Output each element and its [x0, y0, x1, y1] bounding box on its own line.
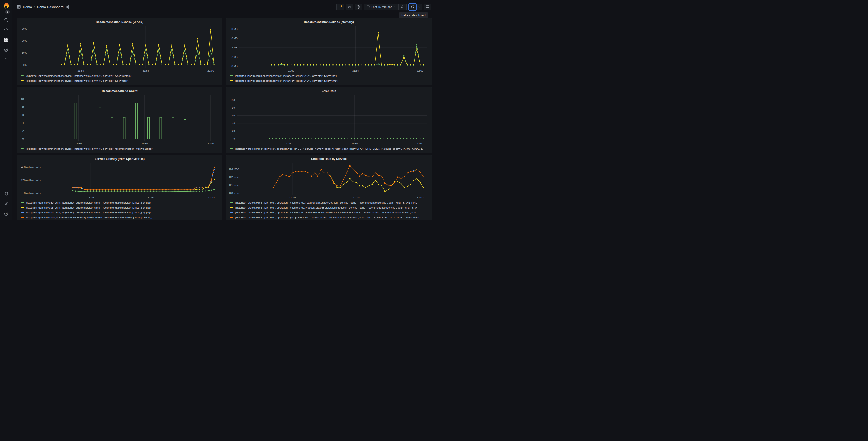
svg-text:0 MB: 0 MB [231, 65, 238, 67]
series-label: histogram_quantile(0.999, sum(rate(laten… [26, 216, 152, 219]
svg-text:40: 40 [232, 122, 235, 125]
tv-mode-button[interactable] [424, 4, 431, 10]
breadcrumb-folder[interactable]: Demo [23, 5, 32, 9]
legend-item[interactable]: {instance="otelcol:9464", job="otel", op… [230, 146, 430, 151]
legend-item[interactable]: histogram_quantile(0.99, sum(rate(latenc… [21, 210, 220, 215]
grafana-logo[interactable] [3, 2, 9, 9]
breadcrumb: Demo / Demo Dashboard [17, 5, 69, 9]
svg-text:22:00: 22:00 [417, 142, 423, 145]
series-color-swatch [230, 148, 233, 149]
sidebar-item-explore[interactable] [0, 45, 12, 55]
sign-in-icon [4, 192, 8, 196]
panel-legend: histogram_quantile(0.50, sum(rate(latenc… [19, 200, 220, 219]
svg-text:400 milliseconds: 400 milliseconds [21, 166, 40, 169]
zoom-out-icon [401, 5, 404, 9]
time-series-chart[interactable]: 21:5021:5522:00020406080100 [228, 93, 430, 146]
sidebar-item-alerting[interactable] [0, 55, 12, 65]
svg-text:6 MB: 6 MB [231, 37, 238, 40]
svg-text:6: 6 [22, 114, 24, 116]
svg-text:21:50: 21:50 [286, 142, 292, 145]
sidebar-item-search[interactable] [0, 15, 12, 25]
svg-text:21:50: 21:50 [75, 142, 82, 145]
panel-title[interactable]: Error Rate [228, 89, 430, 93]
panel-error-rate: Error Rate 21:5021:5522:00020406080100 {… [226, 87, 432, 153]
panel-title[interactable]: Endpoint Rate by Service [228, 156, 430, 161]
svg-text:200 milliseconds: 200 milliseconds [21, 179, 40, 182]
save-dashboard-button[interactable] [346, 4, 353, 10]
svg-text:21:55: 21:55 [148, 196, 154, 199]
panel-title[interactable]: Recommendation Service (CPU%) [19, 20, 220, 25]
time-series-chart[interactable]: 21:5021:5522:000246810 [19, 93, 220, 146]
legend-item[interactable]: {instance="otelcol:9464", job="otel", op… [230, 210, 430, 215]
svg-text:21:55: 21:55 [353, 196, 360, 199]
time-series-chart[interactable]: 21:5021:5522:000%10%20%30% [19, 25, 220, 73]
series-label: histogram_quantile(0.95, sum(rate(latenc… [26, 206, 151, 209]
time-range-picker[interactable]: Last 15 minutes [364, 4, 399, 10]
legend-item[interactable]: {instance="otelcol:9464", job="otel", op… [230, 205, 430, 210]
legend-item[interactable]: histogram_quantile(0.50, sum(rate(latenc… [21, 200, 220, 205]
svg-text:60: 60 [232, 114, 235, 117]
sidebar-item-help[interactable]: ? [0, 209, 12, 219]
sidebar-item-sign-in[interactable] [0, 189, 12, 199]
sidebar-item-dashboards[interactable] [0, 35, 12, 45]
time-range-label: Last 15 minutes [371, 5, 392, 9]
add-panel-button[interactable] [337, 4, 344, 10]
legend-item[interactable]: {instance="otelcol:9464", job="otel", op… [230, 215, 430, 220]
panel-title[interactable]: Service Latency (from SpanMetrics) [19, 156, 220, 161]
legend-item[interactable]: histogram_quantile(0.999, sum(rate(laten… [21, 215, 220, 220]
sidebar-item-configuration[interactable] [0, 199, 12, 209]
panel-title[interactable]: Recommendation Service (Memory) [228, 20, 430, 25]
panel-legend: {exported_job="recommendationservice", i… [228, 73, 430, 84]
search-icon [4, 18, 8, 22]
svg-text:2 MB: 2 MB [231, 56, 238, 58]
refresh-icon [411, 5, 414, 9]
gear-icon [4, 202, 8, 206]
panel-recommendations-count: Recommendations Count 21:5021:5522:00024… [17, 87, 222, 153]
time-series-chart[interactable]: 21:5021:5522:000 MB2 MB4 MB6 MB8 MB [228, 25, 430, 73]
svg-text:21:50: 21:50 [87, 196, 94, 199]
series-label: {instance="otelcol:9464", job="otel", op… [235, 216, 421, 219]
svg-text:21:50: 21:50 [288, 69, 294, 72]
svg-text:0: 0 [234, 138, 235, 140]
time-series-chart[interactable]: 21:5021:5522:000 milliseconds200 millise… [19, 161, 220, 200]
sidebar-nav [0, 9, 12, 65]
series-label: {instance="otelcol:9464", job="otel", op… [235, 211, 416, 214]
panel-legend: {instance="otelcol:9464", job="otel", op… [228, 200, 430, 219]
zoom-out-button[interactable] [399, 4, 406, 10]
svg-text:20%: 20% [22, 39, 27, 42]
svg-text:8 MB: 8 MB [231, 28, 238, 30]
clock-icon [366, 5, 370, 9]
series-label: {exported_job="recommendationservice", i… [26, 147, 153, 150]
svg-text:0.2 req/s: 0.2 req/s [229, 176, 239, 178]
legend-item[interactable]: {exported_job="recommendationservice", i… [21, 78, 220, 83]
legend-item[interactable]: {exported_job="recommendationservice", i… [21, 74, 220, 78]
panel-legend: {exported_job="recommendationservice", i… [19, 146, 220, 152]
legend-item[interactable]: histogram_quantile(0.95, sum(rate(latenc… [21, 205, 220, 210]
time-series-chart[interactable]: 21:5021:5522:000.0 req/s0.1 req/s0.2 req… [228, 161, 430, 200]
active-indicator [2, 37, 2, 43]
series-label: histogram_quantile(0.50, sum(rate(latenc… [26, 201, 151, 204]
series-color-swatch [230, 207, 233, 208]
svg-text:10%: 10% [22, 51, 27, 54]
panel-title[interactable]: Recommendations Count [19, 89, 220, 93]
sidebar-item-starred[interactable] [0, 25, 12, 35]
svg-text:21:55: 21:55 [143, 69, 149, 72]
svg-text:0.0 req/s: 0.0 req/s [229, 192, 239, 195]
refresh-controls: Refresh dashboard [408, 3, 422, 11]
legend-item[interactable]: {exported_job="recommendationservice", i… [230, 78, 430, 83]
grafana-app: ? Demo / Demo Dashboard [0, 0, 434, 220]
star-icon [4, 28, 8, 32]
svg-text:22:00: 22:00 [417, 69, 423, 72]
svg-text:?: ? [5, 212, 7, 215]
refresh-interval-dropdown[interactable] [416, 4, 422, 10]
legend-item[interactable]: {exported_job="recommendationservice", i… [21, 146, 220, 151]
sidebar-expand-button[interactable] [5, 10, 10, 14]
top-navigation: Demo / Demo Dashboard [12, 0, 434, 14]
svg-text:0.3 req/s: 0.3 req/s [229, 168, 239, 170]
dashboard-settings-button[interactable] [355, 4, 362, 10]
series-label: {exported_job="recommendationservice", i… [26, 75, 132, 77]
legend-item[interactable]: {exported_job="recommendationservice", i… [230, 74, 430, 78]
refresh-button[interactable] [408, 3, 416, 11]
share-icon[interactable] [66, 5, 69, 9]
legend-item[interactable]: {instance="otelcol:9464", job="otel", op… [230, 200, 430, 205]
